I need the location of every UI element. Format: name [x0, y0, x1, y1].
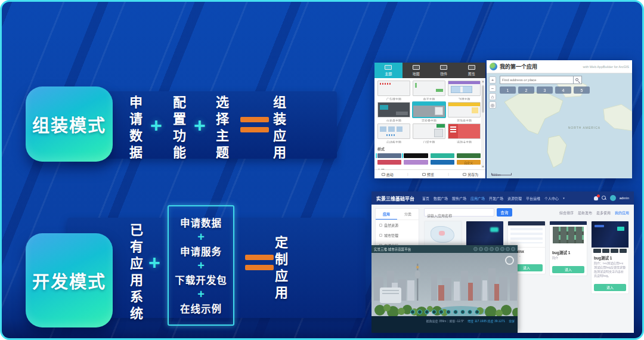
development-steps-box: 申请数据 + 申请服务 + 下载开发包 + 在线示例	[168, 205, 234, 326]
widget-button-3[interactable]: 3	[537, 86, 553, 94]
search-button[interactable]	[573, 76, 581, 84]
viewer-dock-icon[interactable]	[467, 310, 472, 314]
nav-resource-mgmt[interactable]: 资源管理	[507, 196, 522, 201]
widget-button-1[interactable]: 1	[500, 86, 516, 94]
widget-button-2[interactable]: 2	[518, 86, 534, 94]
viewer-tool-icon[interactable]	[484, 247, 488, 251]
my-apps-link[interactable]: 我的应用	[615, 210, 629, 215]
save-as-button[interactable]: 另存为	[463, 172, 478, 177]
viewer-dock-icon[interactable]	[439, 310, 444, 314]
viewer-tool-icon[interactable]	[500, 247, 504, 251]
widget-button-4[interactable]: 4	[555, 86, 571, 94]
app-search-input[interactable]	[425, 212, 494, 220]
scrollbar[interactable]: ▲ ▼	[481, 79, 485, 168]
theme-option[interactable]: 首饰盒主题	[448, 102, 481, 122]
viewer-dock-icon[interactable]	[417, 310, 422, 314]
search-submit-button[interactable]: 查询	[497, 208, 512, 217]
launch-button[interactable]: 启动	[382, 172, 394, 177]
app-card[interactable]: bug测试 1 简介：t+u测试应用t+u测试应用bug反馈需求整改测试说明文字…	[591, 221, 629, 294]
theme-option[interactable]: 飞镖主题	[448, 81, 481, 100]
enter-app-button[interactable]: 进入	[594, 284, 626, 291]
style-swatch[interactable]	[404, 153, 428, 158]
category-item[interactable]: 城市管理	[376, 230, 419, 240]
save-as-icon	[463, 173, 466, 176]
theme-option[interactable]: 选项卡主题	[448, 123, 481, 143]
viewer-dock-icon[interactable]	[410, 310, 415, 314]
filter-composite[interactable]: 综合排序	[559, 210, 574, 215]
scroll-down-icon[interactable]: ▼	[482, 165, 485, 168]
home-button[interactable]: ⌂	[489, 93, 496, 100]
avatar[interactable]	[610, 195, 616, 201]
theme-option[interactable]: 启动板主题	[377, 123, 410, 143]
nav-dev-market[interactable]: 开发广场	[489, 196, 503, 201]
search-icon[interactable]	[602, 196, 606, 200]
style-swatch[interactable]	[457, 153, 481, 158]
nav-ops[interactable]: 平台运维	[526, 196, 540, 201]
viewer-tool-icon[interactable]	[495, 247, 499, 251]
viewer-titlebar: 实景三维·城市示范区平台	[371, 245, 518, 253]
viewer-dock-icon[interactable]	[453, 310, 458, 314]
theme-option-selected[interactable]: 可折叠主题	[413, 102, 445, 122]
checkbox-icon[interactable]	[379, 224, 382, 227]
tab-theme[interactable]: 主题	[374, 63, 402, 78]
style-swatch[interactable]	[431, 153, 454, 158]
scroll-up-icon[interactable]: ▲	[482, 79, 485, 83]
assembly-step-3: 选择主题	[214, 95, 227, 162]
viewer-dock-icon[interactable]	[432, 310, 436, 314]
nav-home[interactable]: 首页	[422, 196, 429, 201]
sidebar-tab-category[interactable]: 分类	[397, 209, 419, 220]
scroll-thumb[interactable]	[482, 85, 484, 113]
viewer-tool-icon[interactable]	[490, 247, 494, 251]
zoom-in-button[interactable]: +	[489, 76, 496, 84]
enter-app-button[interactable]: 进入	[552, 266, 584, 273]
map-canvas[interactable]: NORTH AMERICA + − ⌂ ◎ 1 2 3 4 5	[487, 73, 632, 178]
dev-step-1: 申请数据	[180, 215, 222, 230]
viewer-status-left: 视角高度 356m｜俯仰 -12.5°	[426, 319, 465, 323]
theme-name: 启动板主题	[377, 140, 410, 143]
theme-option[interactable]: 盒子主题	[413, 81, 445, 100]
widget-button-5[interactable]: 5	[574, 86, 590, 94]
style-swatch[interactable]	[377, 153, 401, 158]
theme-option[interactable]: 口袋主题	[413, 123, 445, 143]
compass-icon[interactable]	[505, 256, 514, 265]
app-thumbnail	[466, 221, 503, 248]
preview-button[interactable]: 预览	[422, 172, 434, 177]
viewer-tool-icon[interactable]	[511, 247, 515, 251]
tab-attribute[interactable]: 属性	[458, 63, 486, 78]
filter-most-used[interactable]: 最多使用	[596, 210, 611, 215]
theme-option[interactable]: 广告牌主题	[377, 81, 410, 100]
style-swatch[interactable]	[404, 160, 428, 165]
viewer-dock-icon[interactable]	[425, 310, 429, 314]
viewer-tool-icon[interactable]	[479, 247, 483, 251]
viewer-dock-icon[interactable]	[446, 310, 451, 314]
nav-data-market[interactable]: 数据广场	[434, 196, 448, 201]
navbar-right: admin	[594, 195, 629, 201]
city-3d-scene[interactable]	[371, 253, 518, 316]
fullscreen-link[interactable]: 全屏	[509, 319, 515, 323]
style-swatch[interactable]	[431, 160, 454, 165]
app-card[interactable]: bug测试 1 简介 进入	[549, 221, 587, 276]
viewer-dock-icon[interactable]	[460, 310, 465, 314]
sidebar-tab-apps[interactable]: 应用	[376, 209, 397, 220]
nav-app-market[interactable]: 应用广场	[470, 196, 485, 201]
search-input[interactable]	[500, 76, 573, 84]
style-swatch-custom[interactable]: 自定义	[457, 160, 481, 165]
viewer-tool-icon[interactable]	[473, 247, 478, 251]
nav-personal-center[interactable]: 个人中心	[544, 196, 559, 201]
viewer-dock-icon[interactable]	[475, 310, 479, 314]
nav-service-market[interactable]: 服务广场	[452, 196, 466, 201]
filter-newest[interactable]: 最新发布	[578, 210, 592, 215]
theme-option[interactable]: 仪表盘主题	[377, 102, 410, 122]
zoom-out-button[interactable]: −	[489, 85, 496, 92]
tab-map[interactable]: 地图	[402, 63, 431, 78]
theme-thumbnail	[413, 81, 445, 96]
tab-widget[interactable]: 微件	[430, 63, 458, 78]
locate-button[interactable]: ◎	[489, 101, 496, 109]
checkbox-icon[interactable]	[379, 234, 382, 237]
style-swatch[interactable]	[377, 160, 401, 165]
platform-navbar: 实景三维基础平台 首页 数据广场 服务广场 应用广场 开发广场 资源管理 平台运…	[371, 191, 634, 205]
app-thumbnail	[592, 221, 628, 248]
category-item[interactable]: 自然资源	[376, 220, 419, 230]
viewer-tool-icon[interactable]	[506, 247, 510, 251]
notification-bell-icon[interactable]	[594, 196, 598, 200]
